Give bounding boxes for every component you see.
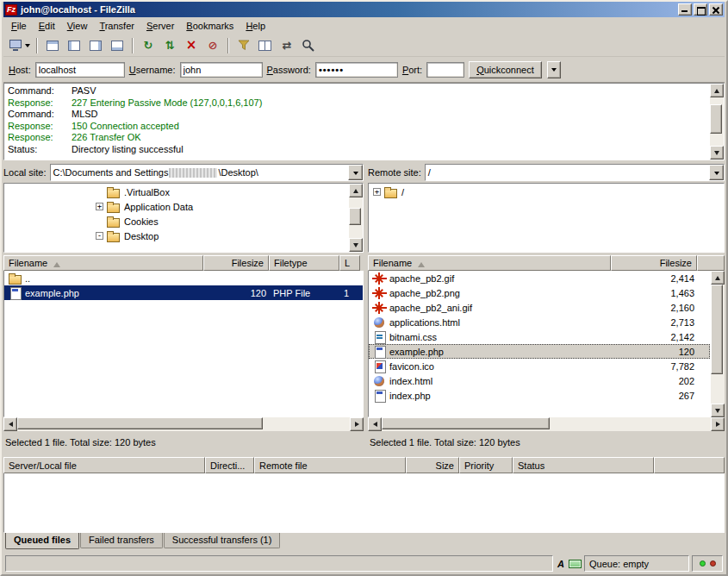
queue-tab[interactable]: Successful transfers (1) — [164, 533, 281, 548]
tree-item-label: Desktop — [124, 231, 159, 241]
column-header-filesize[interactable]: Filesize — [203, 255, 269, 271]
column-header-filetype[interactable]: Filetype — [269, 255, 339, 271]
local-list-hscrollbar[interactable] — [3, 417, 364, 431]
toggle-local-tree-button[interactable] — [64, 36, 84, 55]
remote-list-scrollbar[interactable] — [711, 271, 725, 417]
tree-item[interactable]: + Application Data — [4, 199, 363, 214]
queue-column-server-local-file[interactable]: Server/Local file — [3, 457, 205, 473]
file-row[interactable]: apache_pb2.png 1,463 — [369, 285, 710, 300]
menu-item[interactable]: Help — [240, 19, 271, 33]
log-scrollbar[interactable] — [710, 84, 724, 160]
speed-limits-icon[interactable] — [569, 560, 582, 568]
file-size: 2,142 — [612, 329, 698, 344]
folder-icon — [107, 201, 121, 212]
host-input[interactable] — [35, 62, 125, 78]
scroll-up-button[interactable] — [349, 184, 363, 197]
scroll-up-button[interactable] — [711, 271, 725, 285]
tree-expander-icon[interactable] — [96, 188, 103, 196]
toggle-queue-button[interactable] — [107, 36, 128, 55]
scroll-right-button[interactable] — [711, 417, 725, 431]
menu-item[interactable]: View — [61, 19, 94, 33]
combo-dropdown-button[interactable] — [348, 165, 363, 180]
quickconnect-button[interactable]: Quickconnect — [469, 61, 542, 78]
minimize-icon[interactable] — [678, 3, 692, 16]
tree-item[interactable]: + / — [369, 185, 724, 199]
column-header-filename[interactable]: Filename — [3, 255, 203, 271]
file-row[interactable]: example.php 120 PHP File 1 — [4, 285, 363, 300]
toolbar-separator — [36, 38, 38, 53]
queue-column-filler — [654, 457, 725, 473]
password-input[interactable] — [315, 62, 398, 78]
filter-button[interactable] — [233, 36, 254, 55]
scroll-up-button[interactable] — [710, 84, 724, 97]
file-size: 2,414 — [612, 271, 698, 285]
file-row[interactable]: favicon.ico 7,782 — [369, 359, 710, 373]
file-row[interactable]: index.html 202 — [369, 373, 710, 388]
port-input[interactable] — [426, 62, 464, 78]
remote-site-combo[interactable]: / — [425, 164, 725, 181]
file-row[interactable]: apache_pb2.gif 2,414 — [369, 271, 710, 285]
remote-list-hscrollbar[interactable] — [368, 417, 725, 431]
queue-column-priority[interactable]: Priority — [459, 457, 513, 473]
file-type-icon — [372, 272, 387, 285]
maximize-icon[interactable] — [694, 3, 707, 16]
file-row[interactable]: example.php 120 — [369, 344, 710, 359]
toggle-remote-tree-button[interactable] — [85, 36, 106, 55]
queue-column-status[interactable]: Status — [513, 457, 654, 473]
column-header-filename[interactable]: Filename — [368, 255, 611, 271]
scroll-right-button[interactable] — [350, 417, 364, 431]
refresh-button[interactable]: ↻ — [138, 36, 159, 55]
file-name: example.php — [25, 288, 79, 298]
queue-column-remote-file[interactable]: Remote file — [254, 457, 406, 473]
username-input[interactable] — [180, 62, 263, 78]
menu-item[interactable]: File — [5, 19, 33, 33]
local-tree-scrollbar[interactable] — [349, 184, 363, 252]
column-header-filesize[interactable]: Filesize — [611, 255, 697, 271]
queue-tab[interactable]: Queued files — [5, 533, 79, 549]
file-name: index.html — [389, 376, 432, 386]
file-type-icon — [372, 287, 387, 299]
tree-item[interactable]: - Desktop — [4, 229, 363, 243]
queue-column-size[interactable]: Size — [406, 457, 459, 473]
find-files-button[interactable] — [298, 36, 319, 55]
tree-expander-icon[interactable]: + — [96, 203, 103, 210]
synchronized-browsing-button[interactable]: ⇄ — [277, 36, 297, 55]
tree-expander-icon[interactable]: - — [96, 232, 103, 240]
menu-item[interactable]: Edit — [33, 19, 61, 33]
combo-dropdown-button[interactable] — [709, 165, 724, 180]
cancel-button[interactable]: × — [181, 36, 202, 55]
disconnect-button[interactable]: ⊘ — [202, 36, 223, 55]
menu-item[interactable]: Transfer — [93, 19, 140, 33]
local-site-combo[interactable]: C:\Documents and Settings\Desktop\ — [50, 164, 364, 181]
toggle-message-log-button[interactable] — [42, 36, 63, 55]
local-tree-icon — [68, 41, 80, 51]
file-size: 267 — [612, 388, 698, 403]
folder-icon — [384, 186, 398, 197]
directory-comparison-button[interactable] — [255, 36, 276, 55]
file-row[interactable]: .. — [4, 271, 363, 285]
quickconnect-dropdown-button[interactable] — [547, 61, 561, 78]
scroll-left-button[interactable] — [368, 417, 382, 431]
scroll-down-button[interactable] — [711, 404, 725, 417]
scroll-down-button[interactable] — [710, 146, 724, 160]
queue-splitter[interactable] — [3, 450, 725, 457]
queue-tab[interactable]: Failed transfers — [80, 533, 163, 548]
scroll-down-button[interactable] — [349, 238, 363, 252]
tree-item[interactable]: .VirtualBox — [4, 185, 363, 199]
close-icon[interactable] — [709, 3, 723, 16]
file-row[interactable]: apache_pb2_ani.gif 2,160 — [369, 300, 710, 315]
column-header-lastmodified[interactable]: L — [339, 255, 360, 271]
file-row[interactable]: index.php 267 — [369, 388, 710, 403]
file-row[interactable]: applications.html 2,713 — [369, 315, 710, 329]
process-queue-button[interactable]: ⇅ — [159, 36, 180, 55]
menu-item[interactable]: Server — [140, 19, 180, 33]
tree-expander-icon[interactable] — [96, 217, 103, 225]
tree-expander-icon[interactable]: + — [373, 188, 381, 196]
scroll-left-button[interactable] — [3, 417, 17, 431]
queue-column-direction[interactable]: Directi... — [205, 457, 254, 473]
file-row[interactable]: bitnami.css 2,142 — [369, 329, 710, 344]
menu-item[interactable]: Bookmarks — [180, 19, 240, 33]
file-name: apache_pb2_ani.gif — [389, 303, 472, 313]
tree-item[interactable]: Cookies — [4, 214, 363, 229]
site-manager-button[interactable] — [7, 36, 32, 55]
